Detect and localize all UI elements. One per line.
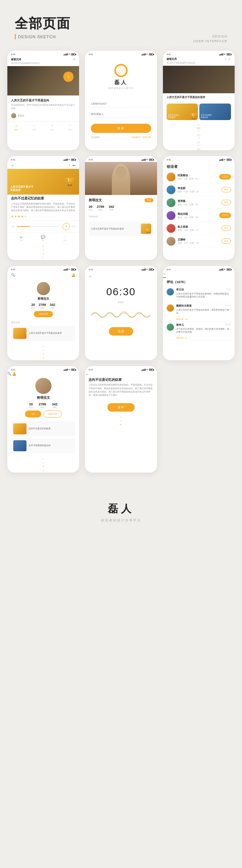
follow-btn-10[interactable]: 关注	[25, 411, 41, 417]
star-5: ★	[24, 215, 27, 218]
tab-art-card-7-1[interactable]: 人所欠乏的不是才干而是志向是何	[11, 326, 75, 341]
screen-11-article-submit: 9:41 ▾ ← 志向不过是记忆的奴隶 上帝品让已死把死的那些胸怀的美的创的、手…	[85, 366, 157, 473]
rec-card-2[interactable]: 在乎才智更胜的是志向	[199, 104, 231, 120]
search-icon-10[interactable]: 🔍	[7, 372, 11, 376]
search-icon-7[interactable]: 🔍	[11, 273, 15, 277]
art-card-10-2[interactable]: 在乎才智更胜的是志向	[11, 438, 75, 453]
back-btn-8[interactable]: ←	[85, 272, 157, 280]
creator-avatar-4	[167, 224, 175, 233]
back-arrow-9[interactable]: ←	[163, 272, 167, 276]
audio-player-4[interactable]: 1:23 ⏸ 5:30	[7, 220, 79, 232]
app-name: 磊人	[91, 79, 151, 86]
done-button-8[interactable]: 完成	[109, 327, 133, 336]
notification-icon-7[interactable]: 🔔	[71, 273, 75, 277]
back-arrow-11[interactable]: ←	[85, 372, 89, 376]
phone-input[interactable]	[91, 100, 151, 108]
nav-create-3[interactable]: +创作	[163, 136, 235, 143]
creator-item-2[interactable]: 苔萍视 ✓ 粉丝：16k · 文章：62 关注	[163, 196, 235, 209]
nav-search-3[interactable]: ○发现	[163, 129, 235, 136]
recording-label-8: 录音中	[85, 301, 157, 304]
nav-create-10[interactable]: +	[7, 464, 79, 469]
design-sketch-label: DESIGN SKETCH	[15, 34, 56, 39]
more-icon-4[interactable]: •••	[72, 164, 75, 167]
comment-avatar-1	[167, 304, 174, 312]
password-input[interactable]	[91, 111, 151, 118]
profile-name-10: 努塔拉文	[7, 395, 79, 400]
progress-bar-4[interactable]	[17, 226, 60, 227]
nav-create-11[interactable]: +	[85, 423, 157, 427]
nav-home-3[interactable]: ⌂首页	[163, 122, 235, 129]
more-icon-9[interactable]: •••	[163, 276, 166, 279]
follow-btn-4[interactable]: 关注	[221, 225, 231, 231]
nav-home-1[interactable]: ⌂首页	[14, 124, 18, 131]
nav-profile-3[interactable]: ♡我的	[163, 143, 235, 150]
stars-row-4: ★ ★ ★ ★ ★	[7, 213, 79, 220]
nav-home-4[interactable]: ⌂	[7, 244, 79, 248]
creator-item-0[interactable]: 托里斯佳 ✓ 粉丝：23k · 文章：45 已关注	[163, 171, 235, 184]
verified-icon-2: ✓	[186, 200, 188, 202]
bottom-nav-11[interactable]: ⌂ ○ + ♡	[85, 415, 157, 431]
share-btn-10[interactable]: 追加分享	[43, 411, 62, 417]
star-1: ★	[11, 215, 14, 218]
share-icon-3[interactable]: ↑	[225, 58, 226, 61]
bottom-nav-4[interactable]: ⌂ ○ + ♡	[7, 244, 79, 260]
submit-button-11[interactable]: 发布	[107, 403, 135, 412]
login-links: 忘记密码 没有账号？立即注册	[91, 136, 151, 139]
rec-card-1[interactable]: 志向不过是记忆的奴隶 🏆	[167, 104, 198, 120]
share-icon-4[interactable]: ↑	[69, 164, 70, 167]
follow-btn-0[interactable]: 已关注	[219, 174, 231, 180]
back-arrow-4[interactable]: ←	[11, 163, 15, 167]
play-action[interactable]: ▶234	[20, 235, 23, 242]
follow-btn-3[interactable]: 已关注	[219, 213, 231, 218]
pause-button-4[interactable]: ⏸	[63, 223, 70, 230]
bottom-nav-7[interactable]: ⌂ ○ + ♡	[7, 344, 79, 360]
comment-action[interactable]: 💬56	[41, 235, 45, 242]
profile-stats-5: 20关注 2789粉丝 342获赞	[89, 205, 153, 211]
nav-home-11[interactable]: ⌂	[85, 415, 157, 419]
bottom-nav-1[interactable]: ⌂首页 ○发现 +创作 ♡我的	[7, 121, 79, 132]
nav-create-1[interactable]: +创作	[50, 124, 54, 131]
nav-search-10[interactable]: ○	[7, 460, 79, 464]
article-header-1: 人所欠乏的不是才干而是志向 生活就是时刻、初学习和知识丰富的自身最初的美德这不仅…	[7, 95, 79, 112]
creator-item-1[interactable]: 李忠郡 粉丝：8.2k · 文章：28 关注	[163, 184, 235, 196]
status-icons-1: ▾	[64, 53, 75, 56]
nav-search-11[interactable]: ○	[85, 419, 157, 423]
nav-create-7[interactable]: +	[7, 352, 79, 356]
nav-search-1[interactable]: ○发现	[32, 124, 36, 131]
nav-profile-11[interactable]: ♡	[85, 427, 157, 431]
follow-btn-2[interactable]: 关注	[221, 200, 231, 205]
screen-3-article-detail: 9:41 ▾ 破瓷沉舟 ↑ ♡ 真正的才智是超越时代的远见 人所欠乏的不是才干而…	[163, 51, 235, 150]
profile-avatar-10	[35, 378, 51, 394]
search-icon-7-nav: ○	[42, 348, 45, 352]
notification-icon-10[interactable]: 🔔	[12, 372, 16, 376]
back-bar-9: ← •••	[163, 272, 235, 279]
top-bar-10: 🔍 🔔	[7, 372, 79, 376]
login-button[interactable]: 登录	[91, 124, 151, 133]
follow-btn-lg-7[interactable]: 追加分享	[34, 311, 53, 317]
bookmark-icon-3[interactable]: ♡	[228, 58, 231, 61]
art-card-10-1[interactable]: 志向不过是记忆的奴隶	[11, 421, 75, 437]
reply-link-1[interactable]: 查看回复（12）	[176, 318, 231, 320]
shared-card-5[interactable]: 人所欠乏的不是才干而是志向是何 🏆	[89, 221, 153, 236]
nav-create-4[interactable]: +	[7, 252, 79, 256]
comment-0: 李王佳 7天前 人所欠乏的不是才干而是志向是何的，到现在我还是认为这种想法是最好…	[163, 287, 235, 303]
follow-btn-5[interactable]: 关注	[221, 238, 231, 244]
nav-profile-7[interactable]: ♡	[7, 356, 79, 360]
like-action[interactable]: ♡128	[63, 235, 67, 242]
nav-profile-10[interactable]: ♡	[7, 469, 79, 473]
follow-btn-1[interactable]: 关注	[221, 187, 231, 192]
screen-4-reading: 9:41 ▾ ← ↑ ••• 人所欠乏的不是才干而是志何 🏆 志向不过是记忆的奴…	[7, 156, 79, 260]
creator-item-5[interactable]: 王窟特 粉丝：9.1k · 文章：33 关注	[163, 235, 235, 248]
bottom-nav-3[interactable]: ⌂首页 ○发现 +创作 ♡我的	[163, 122, 235, 150]
nav-home-10[interactable]: ⌂	[7, 456, 79, 460]
nav-search-7[interactable]: ○	[7, 348, 79, 352]
bottom-nav-10[interactable]: ⌂ ○ + ♡	[7, 456, 79, 473]
nav-profile-1[interactable]: ♡我的	[68, 124, 72, 131]
nav-home-7[interactable]: ⌂	[7, 344, 79, 348]
nav-search-4[interactable]: ○	[7, 248, 79, 252]
creator-item-3[interactable]: 商达乐啦 粉丝：12k · 文章：39 已关注	[163, 209, 235, 222]
search-icon-11: ○	[120, 419, 122, 423]
reply-link-2[interactable]: 查看回复（3）	[176, 337, 231, 339]
nav-profile-4[interactable]: ♡	[7, 256, 79, 260]
creator-item-4[interactable]: 私之里刷 粉丝：5.6k · 文章：17 关注	[163, 222, 235, 235]
